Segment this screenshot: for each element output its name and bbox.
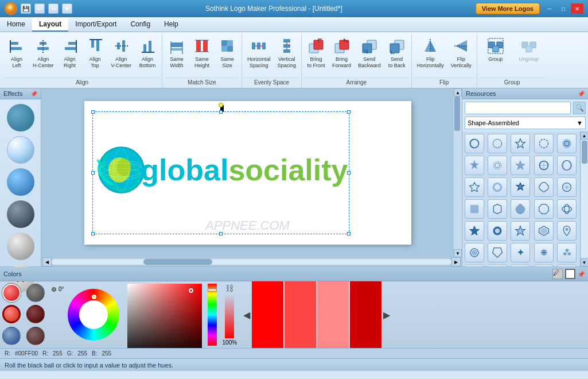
rotation-handle[interactable] (219, 103, 223, 107)
flip-horizontal-button[interactable]: FlipHorizontally (414, 34, 447, 71)
shape-item[interactable] (557, 221, 577, 241)
undo-quick-btn[interactable]: ↩ (34, 3, 45, 14)
handle-middle-left[interactable] (91, 171, 95, 175)
minimize-button[interactable]: ─ (543, 3, 556, 14)
scroll-right-arrow[interactable]: ▶ (451, 257, 461, 266)
shape-item[interactable] (534, 221, 554, 241)
scroll-track-vertical[interactable] (454, 96, 462, 249)
shape-item[interactable]: ⁂ (557, 243, 577, 262)
close-button[interactable]: ✕ (571, 3, 583, 14)
shapes-scroll-thumb[interactable] (582, 141, 587, 164)
same-height-button[interactable]: SameHeight (190, 34, 214, 71)
align-left-button[interactable]: AlignLeft (5, 34, 29, 71)
align-vcenter-button[interactable]: AlignV-Center (108, 34, 135, 71)
color-preset-red2[interactable] (2, 305, 21, 323)
redo-quick-btn[interactable]: ↪ (48, 3, 59, 14)
shape-item[interactable] (465, 156, 484, 175)
flip-vertical-button[interactable]: FlipVertically (448, 34, 474, 71)
handle-top-left[interactable] (91, 110, 95, 114)
shapes-scroll-track[interactable] (581, 141, 588, 257)
resources-pin-icon[interactable]: 📌 (578, 91, 585, 97)
dropdown-arrow-btn[interactable]: ▼ (62, 3, 72, 14)
shape-item[interactable] (557, 265, 577, 266)
color-picker-icon[interactable]: 🖊 (552, 269, 563, 279)
menu-home[interactable]: Home (0, 17, 32, 32)
shape-item[interactable]: ✦ (511, 243, 530, 262)
shape-item[interactable] (488, 221, 507, 241)
colors-pin-icon[interactable]: 📌 (578, 271, 585, 277)
ungroup-button[interactable]: Ungroup (513, 34, 545, 65)
shapes-vertical-scrollbar[interactable]: ▲ ▼ (580, 132, 588, 266)
menu-help[interactable]: Help (157, 17, 185, 32)
color-white-box[interactable] (565, 269, 575, 279)
canvas-scroll-area[interactable]: global sociality APPNEE.COM (41, 88, 454, 257)
save-quick-btn[interactable]: 💾 (21, 3, 31, 14)
scroll-up-arrow[interactable]: ▲ (454, 88, 462, 96)
same-size-button[interactable]: SameSize (215, 34, 239, 71)
scroll-left-arrow[interactable]: ◀ (42, 257, 52, 266)
shape-item[interactable] (511, 177, 530, 197)
color-preset-maroon[interactable] (26, 327, 45, 345)
effects-pin-icon[interactable]: 📌 (30, 91, 37, 97)
shape-item[interactable] (534, 134, 554, 153)
resources-search-button[interactable]: 🔍 (573, 102, 586, 114)
shape-item[interactable] (465, 134, 484, 153)
shape-item[interactable] (557, 199, 577, 219)
shape-item[interactable] (511, 265, 530, 266)
bring-forward-button[interactable]: BringForward (329, 34, 354, 71)
color-wheel[interactable] (68, 289, 119, 341)
shapes-scroll-up[interactable]: ▲ (581, 132, 589, 140)
shape-item[interactable] (511, 156, 530, 175)
swatch-right-arrow[interactable]: ▶ (381, 310, 392, 320)
shape-item[interactable] (511, 134, 530, 153)
color-hue-slider[interactable] (208, 284, 217, 346)
group-button[interactable]: Group (480, 34, 512, 65)
same-width-button[interactable]: SameWidth (165, 34, 189, 71)
shape-item[interactable] (511, 221, 530, 241)
align-top-button[interactable]: AlignTop (83, 34, 107, 71)
scroll-thumb-vertical[interactable] (454, 96, 460, 131)
effect-glass-ball[interactable] (7, 136, 34, 164)
vertical-spacing-button[interactable]: VerticalSpacing (275, 34, 299, 71)
bring-to-front-button[interactable]: Bringto Front (304, 34, 328, 71)
send-to-back-button[interactable]: Sendto Back (385, 34, 409, 71)
effect-dark-ball[interactable] (7, 200, 34, 228)
shapes-scroll-down[interactable]: ▼ (581, 258, 589, 266)
align-hcenter-button[interactable]: AlignH-Center (30, 34, 57, 71)
canvas-vertical-scrollbar[interactable]: ▲ ▼ (454, 88, 462, 257)
swatch-left-arrow[interactable]: ◀ (242, 310, 252, 320)
shape-item[interactable] (488, 134, 507, 153)
color-preset-gray[interactable] (26, 284, 45, 302)
shape-item[interactable] (465, 199, 484, 219)
scroll-thumb-horizontal[interactable] (143, 259, 212, 265)
shape-item[interactable]: ❋ (534, 243, 554, 262)
shape-item[interactable] (465, 221, 484, 241)
align-bottom-button[interactable]: AlignBottom (135, 34, 159, 71)
shape-item[interactable] (534, 199, 554, 219)
effect-flat-ball[interactable] (7, 104, 34, 132)
handle-bottom-right[interactable] (347, 232, 351, 235)
shape-item[interactable] (488, 177, 507, 197)
swatch-red[interactable] (252, 281, 283, 348)
shape-item[interactable] (511, 199, 530, 219)
shape-item[interactable] (557, 156, 577, 175)
color-preset-blue[interactable] (2, 327, 21, 345)
swatch-pale-red[interactable] (317, 281, 349, 348)
shape-item[interactable] (557, 177, 577, 197)
shape-item[interactable] (534, 156, 554, 175)
handle-bottom-left[interactable] (91, 232, 95, 235)
shape-item[interactable] (465, 243, 484, 262)
shape-item[interactable] (534, 177, 554, 197)
alpha-slider[interactable] (225, 294, 234, 338)
menu-layout[interactable]: Layout (32, 17, 68, 32)
shape-item[interactable] (488, 265, 507, 266)
send-backward-button[interactable]: SendBackward (355, 34, 384, 71)
menu-import-export[interactable]: Import/Export (68, 17, 123, 32)
color-gradient-box[interactable] (127, 284, 202, 348)
resources-category-dropdown[interactable]: Shape-Assembled ▼ (465, 117, 586, 129)
scroll-down-arrow[interactable]: ▼ (454, 249, 462, 257)
color-preset-red[interactable] (2, 284, 21, 302)
horizontal-spacing-button[interactable]: HorizontalSpacing (244, 34, 274, 71)
link-icon[interactable]: ⛓ (225, 284, 233, 293)
shape-item[interactable] (534, 265, 554, 266)
